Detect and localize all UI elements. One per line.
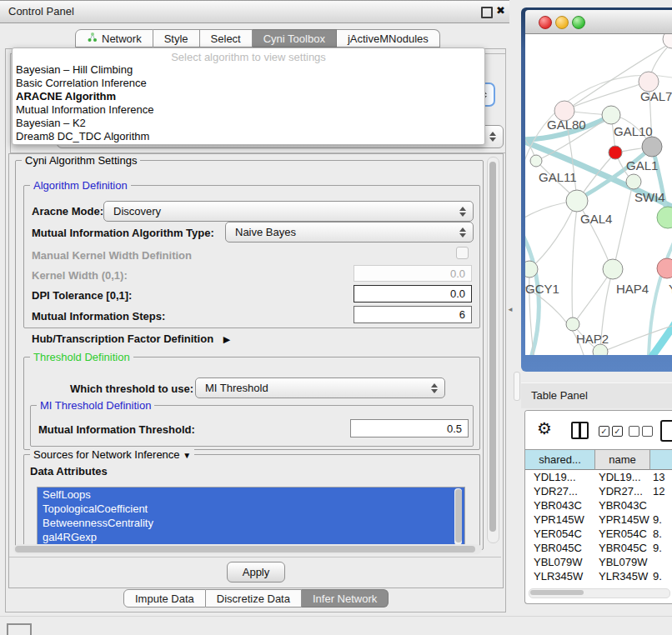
network-node-gal10[interactable] <box>602 106 620 124</box>
network-edge <box>530 204 575 268</box>
table-cell: YPR145W <box>534 513 584 526</box>
tab-select[interactable]: Select <box>200 29 253 48</box>
gear-icon[interactable]: ⚙ <box>537 418 552 438</box>
table-row[interactable]: YER054CYER054C8. <box>525 528 672 542</box>
tab-cyni-toolbox[interactable]: Cyni Toolbox <box>253 29 337 48</box>
divider <box>9 557 501 558</box>
aracne-mode-select[interactable]: Discovery <box>103 201 474 222</box>
network-node-gal4[interactable] <box>566 190 588 212</box>
network-node[interactable] <box>657 207 672 228</box>
table-cell: YBR043C <box>534 499 582 512</box>
node-label: GCY1 <box>525 282 559 296</box>
list-scrollbar[interactable] <box>454 488 462 545</box>
dropdown-item[interactable]: ARACNE Algorithm <box>13 90 484 103</box>
table-cell: YDL19... <box>534 471 576 483</box>
combo-arrows-icon <box>459 228 466 238</box>
network-node[interactable] <box>663 34 672 48</box>
tab-infer-network[interactable]: Infer Network <box>302 589 389 608</box>
node-label: HAP4 <box>616 282 649 296</box>
data-attributes-label: Data Attributes <box>30 465 108 478</box>
tab-discretize-data[interactable]: Discretize Data <box>206 589 302 608</box>
table-row[interactable]: YDR27...YDR27...12 <box>525 485 672 499</box>
table-row[interactable]: YDL19...YDL19...13 <box>525 471 672 485</box>
mi-type-select[interactable]: Naive Bayes <box>225 222 474 242</box>
splitter-handle[interactable] <box>514 372 520 401</box>
attribute-list-item-selected[interactable]: BetweennessCentrality <box>38 516 464 530</box>
network-node-swi4[interactable] <box>626 174 641 189</box>
network-window-titlebar[interactable] <box>525 10 672 34</box>
network-node[interactable] <box>642 137 662 157</box>
table-row[interactable]: YPR145WYPR145W9. <box>525 513 672 528</box>
network-node-gal11[interactable] <box>530 155 542 167</box>
table-cell: 9. <box>653 542 662 554</box>
column-header-shared[interactable]: shared... <box>525 449 595 470</box>
expanded-arrow-icon[interactable]: ▼ <box>183 451 191 460</box>
node-label: Y <box>669 282 672 296</box>
combo-arrows-icon <box>459 207 466 217</box>
split-columns-icon[interactable] <box>571 422 589 439</box>
network-icon <box>87 32 98 45</box>
tab-style[interactable]: Style <box>153 29 200 48</box>
network-node-y[interactable] <box>657 258 672 278</box>
attribute-list-item-selected[interactable]: TopologicalCoefficient <box>38 502 464 516</box>
network-node-gal1[interactable] <box>609 146 622 159</box>
network-canvas[interactable]: GAL7GAL80GAL10GAL1GAL11SWI4GAL4GCY1HAP4Y… <box>525 34 672 355</box>
dropdown-item[interactable]: Bayesian – K2 <box>13 117 484 130</box>
splitter-collapse-icon[interactable]: ◄ <box>507 306 514 313</box>
attribute-list-item-selected[interactable]: gal4RGexp <box>38 530 464 544</box>
mi-steps-field[interactable]: 6 <box>354 306 472 323</box>
tab-label: Infer Network <box>313 592 377 605</box>
tab-jactivemnodules[interactable]: jActiveMNodules <box>337 29 440 48</box>
minimize-button[interactable] <box>555 16 569 29</box>
dropdown-item[interactable]: Dream8 DC_TDC Algorithm <box>13 130 484 143</box>
tab-network[interactable]: Network <box>75 29 153 48</box>
dropdown-item[interactable]: Basic Correlation Inference <box>13 77 484 90</box>
deselect-all-columns-icon[interactable] <box>629 426 655 438</box>
table-window: ⚙ ✓ ✓ shared... name YDL19...YDL19...13Y… <box>524 410 672 604</box>
tab-impute-data[interactable]: Impute Data <box>123 589 206 608</box>
table-row[interactable]: YBR045CYBR045C9. <box>525 542 672 556</box>
tab-label: Select <box>211 32 241 45</box>
table-row[interactable]: YBL079WYBL079W <box>525 556 672 570</box>
group-title: Cyni Algorithm Settings <box>22 154 140 167</box>
table-cell: 9. <box>653 570 662 582</box>
hub-section-toggle[interactable]: Hub/Transcription Factor Definition ▶ <box>32 332 230 345</box>
network-node-hap4[interactable] <box>603 259 623 279</box>
table-row[interactable]: YIL052CYIL052C0. <box>525 584 672 586</box>
tab-label: Cyni Toolbox <box>263 32 325 45</box>
tab-label: Network <box>102 32 142 45</box>
data-attributes-list[interactable]: SelfLoopsTopologicalCoefficientBetweenne… <box>37 487 465 548</box>
function-builder-icon[interactable] <box>660 420 672 442</box>
column-header-partial[interactable] <box>650 449 672 470</box>
network-node-hap2[interactable] <box>566 318 579 331</box>
close-icon[interactable]: ✖ <box>496 4 505 17</box>
settings-vertical-scrollbar[interactable] <box>487 157 499 543</box>
table-row[interactable]: YLR345WYLR345W9. <box>525 570 672 584</box>
unchecked-checkbox-icon <box>629 426 639 437</box>
dropdown-item[interactable]: Bayesian – Hill Climbing <box>13 63 484 77</box>
manual-kernel-checkbox[interactable] <box>456 247 469 259</box>
dropdown-item[interactable]: Mutual Information Inference <box>13 103 484 117</box>
tab-label: jActiveMNodules <box>348 32 429 45</box>
table-cell: YIL052C <box>599 584 641 586</box>
mi-threshold-field[interactable]: 0.5 <box>350 419 469 438</box>
mi-type-value: Naive Bayes <box>235 226 296 238</box>
mi-threshold-value: 0.5 <box>447 422 462 435</box>
zoom-button[interactable] <box>572 16 585 29</box>
float-window-icon[interactable] <box>481 7 493 18</box>
table-cell: YER054C <box>599 528 647 540</box>
which-threshold-select[interactable]: MI Threshold <box>195 378 445 398</box>
table-horizontal-scrollbar[interactable] <box>529 588 670 598</box>
attribute-list-item-selected[interactable]: SelfLoops <box>38 488 464 502</box>
select-all-columns-icon[interactable]: ✓ ✓ <box>599 426 625 438</box>
table-cell: YDR27... <box>599 485 643 498</box>
network-node-gcy1[interactable] <box>525 261 538 278</box>
minimized-panel-icon[interactable] <box>7 623 32 635</box>
close-button[interactable] <box>539 16 552 29</box>
column-header-name[interactable]: name <box>595 449 650 470</box>
dpi-tolerance-field[interactable]: 0.0 <box>354 285 472 302</box>
settings-horizontal-scrollbar[interactable] <box>13 544 482 554</box>
table-row[interactable]: YBR043CYBR043C <box>525 499 672 513</box>
table-cell: YBR045C <box>599 542 647 554</box>
apply-button[interactable]: Apply <box>227 562 285 582</box>
